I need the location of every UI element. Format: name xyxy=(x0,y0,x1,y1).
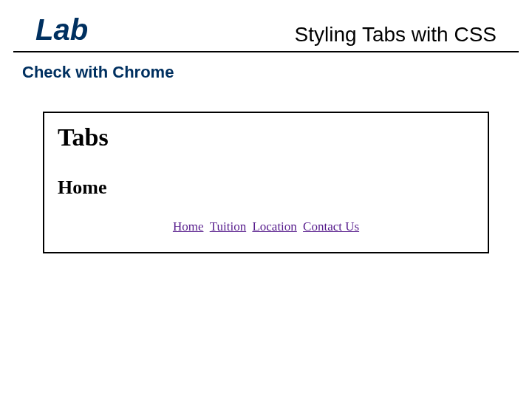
slide-subtitle: Check with Chrome xyxy=(22,63,532,82)
nav-link-tuition[interactable]: Tuition xyxy=(210,219,246,233)
slide-header: Lab Styling Tabs with CSS xyxy=(13,0,519,52)
nav-link-contact-us[interactable]: Contact Us xyxy=(303,219,359,233)
nav-link-home[interactable]: Home xyxy=(173,219,204,233)
nav-links-row: Home Tuition Location Contact Us xyxy=(58,219,474,234)
lab-label: Lab xyxy=(35,13,88,47)
browser-screenshot-frame: Tabs Home Home Tuition Location Contact … xyxy=(43,112,489,253)
nav-link-location[interactable]: Location xyxy=(252,219,296,233)
slide-title: Styling Tabs with CSS xyxy=(295,23,497,47)
page-heading-tabs: Tabs xyxy=(58,123,474,151)
page-heading-home: Home xyxy=(58,177,474,199)
